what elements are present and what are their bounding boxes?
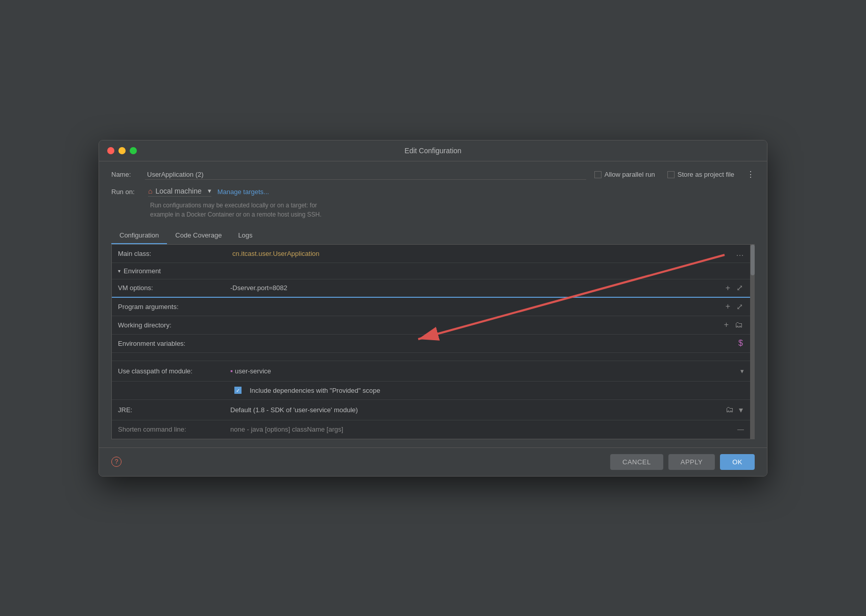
spacer-row [112, 353, 750, 361]
shorten-minus-icon: — [737, 425, 744, 433]
name-label: Name: [111, 171, 137, 178]
run-on-label: Run on: [111, 188, 142, 196]
store-project-option[interactable]: Store as project file [667, 171, 734, 178]
footer: ? CANCEL APPLY OK [99, 447, 767, 476]
name-input[interactable] [145, 170, 586, 180]
run-on-dropdown[interactable]: ⌂ Local machine ▾ [148, 187, 211, 197]
working-dir-actions: + 🗂 [723, 319, 744, 330]
tab-logs[interactable]: Logs [230, 227, 260, 244]
help-button[interactable]: ? [111, 457, 122, 467]
vm-options-label: VM options: [118, 281, 230, 295]
vm-options-value: -Dserver.port=8082 [230, 284, 725, 292]
include-deps-checkbox[interactable]: ✓ [234, 387, 242, 394]
run-on-row: Run on: ⌂ Local machine ▾ Manage targets… [111, 187, 755, 197]
header-options: Allow parallel run Store as project file… [594, 170, 755, 179]
checkmark-icon: ✓ [236, 388, 240, 393]
ok-button[interactable]: OK [720, 454, 755, 470]
vm-options-expand-button[interactable]: ⤢ [735, 282, 744, 294]
allow-parallel-label: Allow parallel run [605, 171, 655, 178]
env-vars-button[interactable]: $ [737, 338, 744, 349]
apply-button[interactable]: APPLY [668, 454, 715, 470]
form-scroll-area: Main class: cn.itcast.user.UserApplicati… [111, 245, 755, 439]
tabs: Configuration Code Coverage Logs [111, 227, 755, 245]
include-deps-label: Include dependencies with "Provided" sco… [250, 387, 380, 394]
classpath-chevron-icon: ▾ [740, 367, 744, 375]
jre-value: Default (1.8 - SDK of 'user-service' mod… [230, 406, 725, 414]
run-hint: Run configurations may be executed local… [150, 201, 755, 219]
allow-parallel-option[interactable]: Allow parallel run [594, 171, 655, 178]
chevron-down-icon: ▾ [118, 268, 121, 274]
env-vars-value [230, 340, 737, 346]
working-dir-label: Working directory: [118, 318, 230, 332]
main-class-value: cn.itcast.user.UserApplication [230, 247, 736, 260]
classpath-label: Use classpath of module: [118, 364, 230, 378]
include-deps-row: ✓ Include dependencies with "Provided" s… [112, 382, 750, 400]
classpath-row: Use classpath of module: ▪ user-service … [112, 361, 750, 382]
main-class-row: Main class: cn.itcast.user.UserApplicati… [112, 245, 750, 263]
program-args-add-button[interactable]: + [725, 301, 731, 312]
dropdown-arrow-icon: ▾ [208, 187, 211, 195]
program-args-value [230, 303, 725, 310]
dialog-content: Name: Allow parallel run Store as projec… [99, 161, 767, 447]
shorten-row: Shorten command line: none - java [optio… [112, 420, 750, 439]
environment-section-header[interactable]: ▾ Environment [112, 263, 750, 279]
jre-label: JRE: [118, 403, 230, 417]
working-dir-row: Working directory: + 🗂 [112, 316, 750, 335]
vm-options-row: VM options: -Dserver.port=8082 + ⤢ [112, 279, 750, 298]
classpath-dropdown[interactable]: ▪ user-service [230, 367, 740, 375]
run-hint-line1: Run configurations may be executed local… [150, 201, 755, 210]
env-vars-row: Environment variables: $ [112, 335, 750, 353]
edit-configuration-dialog: Edit Configuration Name: Allow parallel … [99, 140, 767, 477]
run-hint-line2: example in a Docker Container or on a re… [150, 210, 755, 219]
store-project-checkbox[interactable] [667, 171, 675, 178]
jre-dropdown-button[interactable]: ▾ [738, 404, 744, 416]
home-icon: ⌂ [148, 187, 152, 195]
scrollbar-thumb[interactable] [751, 245, 755, 275]
traffic-lights [107, 147, 137, 154]
main-class-browse-button[interactable]: … [736, 249, 744, 258]
environment-label: Environment [124, 267, 161, 275]
name-row: Name: Allow parallel run Store as projec… [111, 170, 755, 180]
maximize-button[interactable] [130, 147, 137, 154]
manage-targets-link[interactable]: Manage targets... [218, 188, 269, 196]
program-args-expand-button[interactable]: ⤢ [735, 301, 744, 313]
jre-row: JRE: Default (1.8 - SDK of 'user-service… [112, 400, 750, 420]
program-args-actions: + ⤢ [725, 301, 744, 313]
vm-options-add-button[interactable]: + [725, 282, 731, 294]
working-dir-add-button[interactable]: + [723, 319, 730, 330]
jre-folder-button[interactable]: 🗂 [725, 404, 735, 415]
program-args-row: Program arguments: + ⤢ [112, 298, 750, 316]
close-button[interactable] [107, 147, 114, 154]
main-class-label: Main class: [118, 247, 230, 260]
allow-parallel-checkbox[interactable] [594, 171, 602, 178]
classpath-value: user-service [235, 367, 271, 375]
form-area: Main class: cn.itcast.user.UserApplicati… [111, 245, 751, 439]
footer-buttons: CANCEL APPLY OK [610, 454, 755, 470]
titlebar: Edit Configuration [99, 140, 767, 161]
shorten-value: none - java [options] className [args] [230, 425, 737, 433]
program-args-label: Program arguments: [118, 300, 230, 314]
store-project-label: Store as project file [678, 171, 734, 178]
jre-icons: 🗂 ▾ [725, 404, 744, 416]
shorten-label: Shorten command line: [118, 425, 230, 433]
form-area-inner: Main class: cn.itcast.user.UserApplicati… [111, 245, 751, 439]
cancel-button[interactable]: CANCEL [610, 454, 663, 470]
vm-options-actions: + ⤢ [725, 282, 744, 294]
dialog-title: Edit Configuration [404, 147, 461, 155]
env-vars-label: Environment variables: [118, 337, 230, 350]
minimize-button[interactable] [118, 147, 126, 154]
working-dir-folder-button[interactable]: 🗂 [734, 319, 744, 330]
scrollbar[interactable] [751, 245, 755, 439]
working-dir-value [230, 322, 723, 328]
more-options-button[interactable]: ⋮ [747, 170, 755, 179]
run-on-value: Local machine [155, 187, 201, 195]
footer-left: ? [111, 457, 122, 467]
tab-configuration[interactable]: Configuration [111, 227, 167, 244]
tab-code-coverage[interactable]: Code Coverage [167, 227, 230, 244]
module-icon: ▪ [230, 367, 233, 375]
